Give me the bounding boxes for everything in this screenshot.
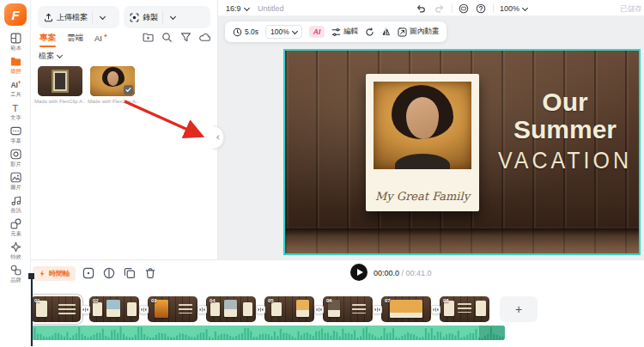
add-marker-icon[interactable]: [82, 267, 95, 280]
keyboard-shortcuts-icon[interactable]: [459, 3, 469, 14]
ai-tools-button[interactable]: AI: [309, 26, 325, 38]
sidebar-item-brand[interactable]: 品牌: [0, 263, 31, 286]
timeline-clip-8[interactable]: 08: [440, 296, 489, 322]
upload-label: 上傳檔案: [57, 12, 88, 23]
audio-icon: [10, 195, 21, 206]
play-icon: [357, 269, 363, 276]
sidebar-item-elements[interactable]: 元素: [0, 216, 31, 240]
timeline-clip-2[interactable]: 02: [89, 296, 139, 322]
tab-projects[interactable]: 專案: [39, 33, 56, 47]
transition-button[interactable]: [81, 305, 90, 314]
upload-file-button[interactable]: 上傳檔案: [38, 6, 119, 28]
element-scale-dropdown[interactable]: 100%: [265, 25, 302, 39]
timeline-clip-5[interactable]: 05: [264, 296, 314, 322]
chevron-down-icon: [243, 4, 249, 10]
aspect-ratio-dropdown[interactable]: 16:9: [226, 4, 249, 13]
chevron-down-icon[interactable]: [170, 13, 176, 19]
sidebar-item-audio[interactable]: 音訊: [0, 193, 31, 216]
top-bar: 16:9 Untitled 100% 已儲存: [218, 0, 644, 16]
panel-tabs: 專案 雲端 AI✦: [39, 33, 108, 47]
portrait-photo: [374, 82, 471, 169]
sidebar-item-photos[interactable]: 圖片: [0, 170, 31, 193]
brand-icon: [10, 265, 21, 276]
chevron-down-icon: [522, 4, 528, 10]
rotate-icon[interactable]: [365, 27, 374, 37]
save-status: 已儲存: [620, 4, 642, 15]
transition-button[interactable]: [314, 305, 324, 314]
motion-button[interactable]: 圖內動畫: [398, 27, 439, 37]
delete-icon[interactable]: [144, 267, 157, 280]
sparkle-icon: ✦: [103, 33, 108, 39]
divider: [92, 11, 93, 23]
tab-cloud[interactable]: 雲端: [67, 33, 83, 47]
canvas-zoom-dropdown[interactable]: 100%: [500, 4, 527, 13]
undo-icon[interactable]: [416, 3, 426, 14]
timeline-clip-4[interactable]: 04: [206, 296, 256, 322]
elements-icon: [10, 218, 21, 229]
record-button[interactable]: 錄製: [124, 6, 210, 28]
sidebar-item-templates[interactable]: 範本: [0, 31, 31, 54]
transition-button[interactable]: [373, 305, 382, 314]
sidebar-item-text[interactable]: T 文字: [0, 100, 31, 124]
sidebar-item-subtitles[interactable]: 字幕: [0, 124, 31, 147]
sidebar-item-media[interactable]: 媒體: [0, 54, 31, 77]
edit-button[interactable]: 編輯: [331, 27, 358, 37]
sidebar-item-videos[interactable]: 影片: [0, 147, 31, 170]
search-icon[interactable]: [161, 32, 173, 43]
timeline-clip-7[interactable]: 07: [381, 296, 431, 322]
tab-ai[interactable]: AI✦: [94, 33, 108, 47]
timeline-clip-6[interactable]: 06: [323, 296, 373, 322]
filter-icon[interactable]: [180, 32, 191, 43]
project-title[interactable]: Untitled: [258, 4, 284, 13]
flip-icon[interactable]: [381, 27, 391, 37]
framed-portrait-thumb: [52, 70, 69, 93]
text-icon: T: [10, 102, 21, 113]
upload-icon: [44, 13, 53, 22]
cloud-icon[interactable]: [199, 32, 210, 43]
svg-text:AI: AI: [10, 81, 18, 89]
sidebar-item-effects[interactable]: 特效: [0, 240, 31, 263]
clock-icon: [233, 27, 242, 37]
duplicate-icon[interactable]: [124, 267, 137, 280]
transition-button[interactable]: [139, 305, 149, 314]
videos-icon: [10, 149, 21, 160]
flexclip-logo[interactable]: F: [4, 3, 27, 26]
duration-control[interactable]: 5.0s: [233, 27, 258, 37]
media-icon: [10, 56, 21, 67]
audio-track[interactable]: [31, 326, 505, 340]
split-icon[interactable]: [103, 267, 116, 280]
panel-action-icons: [143, 32, 210, 43]
record-icon: [130, 13, 139, 22]
files-filter-dropdown[interactable]: 檔案: [39, 51, 62, 62]
time-display: 00:00.0 / 00:41.0: [374, 269, 432, 277]
transition-button[interactable]: [256, 305, 265, 314]
divider: [452, 3, 453, 13]
ai-tools-icon: AI: [10, 79, 21, 90]
video-canvas[interactable]: My Great Family Our Summer VACATION: [283, 49, 641, 255]
rail-items: 範本 媒體 AI 工具 T 文字 字幕 影片: [0, 31, 31, 286]
media-file-thumbnail-1[interactable]: [38, 66, 82, 96]
transition-button[interactable]: [431, 305, 440, 314]
timeline-mode-chip[interactable]: 時間軸: [33, 266, 76, 281]
polaroid-caption-text[interactable]: My Great Family: [366, 190, 479, 203]
timeline-clip-1[interactable]: 01: [31, 296, 81, 322]
polaroid-photo-element[interactable]: My Great Family: [366, 74, 479, 211]
timeline-clip-3[interactable]: 03: [148, 296, 197, 322]
sidebar-item-ai-tools[interactable]: AI 工具: [0, 77, 31, 100]
flexclip-editor: F 範本 媒體 AI 工具 T 文字 字幕: [0, 0, 644, 347]
audio-track-tail: [479, 326, 505, 340]
help-icon[interactable]: [476, 3, 486, 14]
media-file-name: Made with FlexClip A...0.png: [34, 99, 86, 104]
divider: [493, 3, 494, 13]
add-scene-button[interactable]: +: [500, 296, 538, 322]
chevron-down-icon[interactable]: [100, 13, 106, 19]
play-button[interactable]: [350, 264, 368, 281]
media-file-name: Made with FlexClip A...3.png: [88, 99, 139, 104]
media-file-thumbnail-2[interactable]: [90, 66, 135, 96]
redo-icon[interactable]: [434, 3, 445, 14]
title-text-element[interactable]: Our Summer VACATION: [496, 88, 634, 173]
svg-text:T: T: [12, 102, 18, 113]
transition-button[interactable]: [197, 305, 207, 314]
new-folder-icon[interactable]: [143, 32, 154, 43]
selected-check-icon[interactable]: [124, 85, 133, 94]
